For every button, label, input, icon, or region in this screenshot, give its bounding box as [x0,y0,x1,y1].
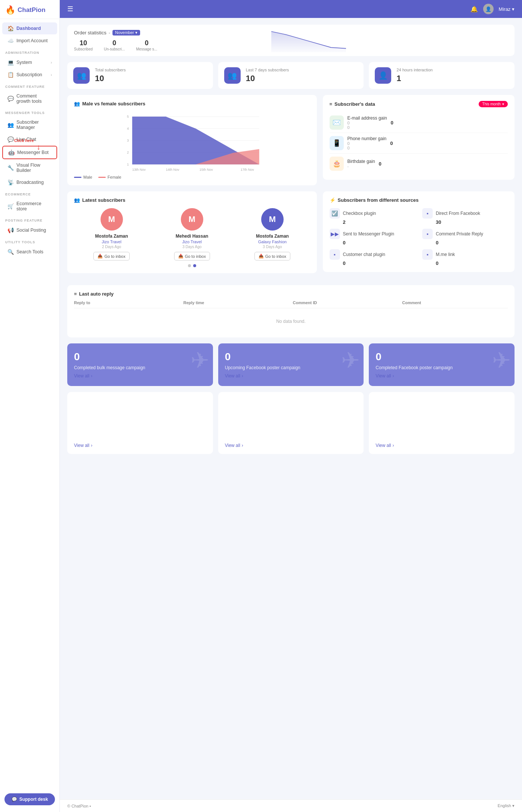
go-inbox-button[interactable]: 📥 Go to inbox [93,252,129,260]
sidebar-label-broadcasting: Broadcasting [16,180,44,185]
source-name-direct-facebook: Direct From Facebook [436,211,480,216]
sidebar-item-subscription[interactable]: 📋Subscription› [2,69,57,81]
view-all-1[interactable]: View all› [74,443,206,448]
sidebar-item-social-posting[interactable]: 📢Social Posting [2,224,57,236]
sidebar-label-subscriber-manager: Subscriber Manager [16,120,52,130]
table-header: Reply toReply timeComment IDComment [74,300,508,308]
campaign-cards: ✈ 0 Completed bulk message campaign View… [67,343,515,386]
pagination-dots [74,264,310,267]
source-count-checkbox-plugin: 2 [330,219,415,225]
table-col-header: Comment ID [293,300,399,305]
sidebar-item-ecommerce-store[interactable]: 🛒Ecommerce store [2,198,57,214]
inbox-icon: 📥 [98,254,103,259]
support-desk-button[interactable]: 💬 Support desk [4,793,55,805]
order-stats-label: Order statistics [74,30,106,35]
source-icon-checkbox-plugin: ☑️ [330,208,340,219]
chart-area: 5 4 3 2 1 [74,112,310,173]
pagination-dot[interactable] [188,264,191,267]
sidebar-item-dashboard[interactable]: 🏠Dashboard [2,22,57,34]
this-month-badge[interactable]: This month ▾ [479,101,508,107]
auto-reply-card: ≡ Last auto reply Reply toReply timeComm… [67,285,515,337]
user-name[interactable]: Miraz ▾ [499,6,515,12]
message-sent-stat: 0 Message s... [136,39,157,51]
metric-info-total-subscribers: Total subscribers 10 [95,68,126,83]
sidebar-label-dashboard: Dashboard [16,26,41,31]
sidebar-item-messenger-bot[interactable]: Click here↓🤖Messenger Bot [2,146,57,159]
source-icon-sent-messenger: ▶▶ [330,229,340,239]
subscriber-item: M Mostofa Zaman Jizo Travel 2 Days Ago 📥… [74,208,149,260]
bottom-card-3: View all› [369,392,515,454]
data-icon-phone-gain: 📱 [330,136,344,150]
inbox-icon: 📥 [178,254,183,259]
go-inbox-label: Go to inbox [265,254,286,259]
hamburger-icon[interactable]: ☰ [67,5,73,13]
source-count-sent-messenger: 0 [330,240,415,246]
source-icon-label: ▶▶ Sent to Messenger Plugin [330,229,415,239]
sidebar-label-system: System [16,60,32,65]
data-icon-email-gain: ✉️ [330,115,344,130]
auto-reply-title: ≡ Last auto reply [74,291,508,297]
source-count-customer-chat: 0 [330,260,415,266]
sidebar-label-visual-flow: Visual Flow Builder [16,163,52,173]
go-inbox-label: Go to inbox [185,254,206,259]
sidebar-icon-ecommerce-store: 🛒 [7,203,13,209]
source-count-direct-facebook: 30 [422,219,508,225]
source-item-customer-chat: ▪ Customer chat plugin 0 [330,249,415,266]
sidebar-item-broadcasting[interactable]: 📡Broadcasting [2,176,57,188]
metric-value-last7-subscribers: 10 [246,74,289,83]
copyright: © ChatPion • [67,804,91,808]
go-inbox-button[interactable]: 📥 Go to inbox [254,252,290,260]
svg-text:2: 2 [127,151,129,154]
subscriber-data-card: ≡ Subscriber's data This month ▾ ✉️ E-ma… [323,95,515,180]
sidebar-item-search-tools[interactable]: 🔍Search Tools [2,246,57,258]
pagination-dot[interactable] [193,264,196,267]
sidebar-item-import-account[interactable]: ☁️Import Account [2,35,57,47]
male-female-chart-card: 👥 Male vs female subscribers 5 4 3 2 1 [67,95,317,185]
metric-card-total-subscribers: 👥 Total subscribers 10 [67,62,213,89]
logo-icon: 🔥 [5,5,15,15]
sidebar-item-system[interactable]: 💻System› [2,56,57,68]
svg-text:5: 5 [127,115,129,118]
language-selector[interactable]: English ▾ [498,803,515,808]
sidebar-item-comment-growth[interactable]: 💬Comment growth tools [2,90,57,107]
svg-text:3: 3 [127,139,129,142]
source-icon-label: ▪ Direct From Facebook [422,208,508,219]
order-stats-card: Order statistics - November ▾ 10 Subscri… [67,25,515,56]
sidebar-item-visual-flow[interactable]: 🔧Visual Flow Builder [2,160,57,176]
sub-avatar: M [101,208,123,231]
data-icon-birthdate-gain: 🎂 [330,157,344,171]
metric-icon-total-subscribers: 👥 [73,67,90,84]
latest-subs-icon: 👥 [74,197,80,203]
month-badge[interactable]: November ▾ [112,30,140,35]
metric-cards: 👥 Total subscribers 10 👥 Last 7 days sub… [67,62,515,89]
view-all-3[interactable]: View all› [376,443,508,448]
support-label: Support desk [19,797,48,802]
view-all-link[interactable]: View all › [74,373,206,379]
bell-icon[interactable]: 🔔 [470,6,478,13]
sidebar-icon-import-account: ☁️ [7,38,13,44]
no-data-message: No data found. [74,311,508,331]
go-inbox-button[interactable]: 📥 Go to inbox [174,252,210,260]
source-item-sent-messenger: ▶▶ Sent to Messenger Plugin 0 [330,229,415,246]
source-count-comment-reply: 0 [422,240,508,246]
view-all-link[interactable]: View all › [376,373,508,379]
sidebar-item-subscriber-manager[interactable]: 👥Subscriber Manager [2,117,57,133]
sources-card: ⚡ Subscribers from different sources ☑️ … [323,191,515,272]
metric-label-24h-interaction: 24 hours interaction [396,68,433,72]
latest-subs-title: 👥 Latest subscribers [74,197,310,203]
unsubscribed-stat: 0 Un-subscri... [104,39,125,51]
metric-icon-24h-interaction: 👤 [375,67,391,84]
metric-card-24h-interaction: 👤 24 hours interaction 1 [369,62,515,89]
view-all-icon: › [242,373,243,379]
view-all-link[interactable]: View all › [225,373,357,379]
footer: © ChatPion • English ▾ [60,799,522,812]
sidebar-icon-social-posting: 📢 [7,227,13,233]
view-all-2[interactable]: View all› [225,443,357,448]
sidebar-icon-search-tools: 🔍 [7,249,13,255]
campaign-num: 0 [74,351,206,363]
campaign-label: Upcoming Facebook poster campaign [225,365,357,370]
chart-col: 👥 Male vs female subscribers 5 4 3 2 1 [67,95,317,185]
view-all-text: View all [74,373,89,379]
sidebar-section-section-ecommerce: ECOMMERCE [0,189,59,198]
order-stats-numbers: 10 Subscribed 0 Un-subscri... 0 Message … [74,39,271,51]
